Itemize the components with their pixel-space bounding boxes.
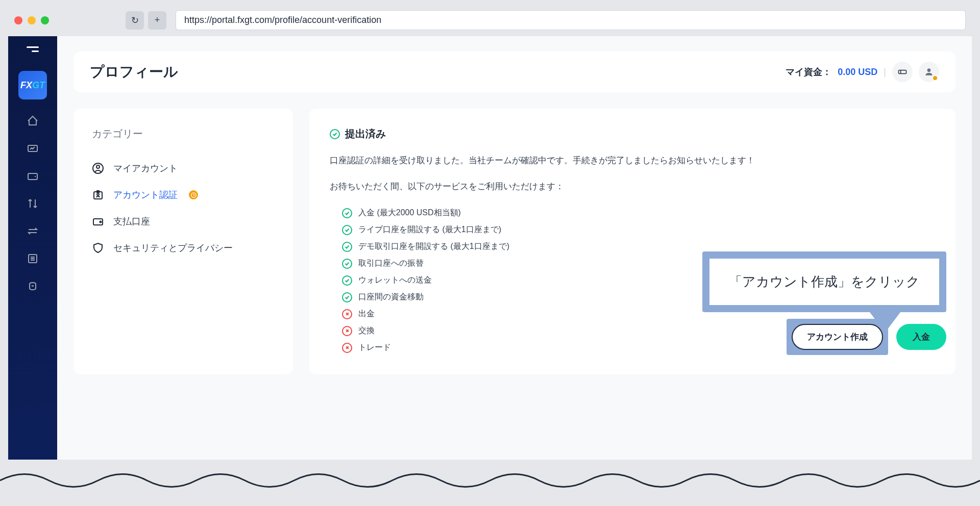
svg-rect-1 — [28, 173, 37, 180]
window-minimize-icon[interactable] — [28, 16, 36, 24]
new-tab-button[interactable]: + — [148, 11, 166, 30]
shield-icon — [92, 242, 104, 254]
wallet-icon[interactable] — [27, 170, 39, 182]
home-icon[interactable] — [27, 115, 39, 127]
sidebar-item-label: マイアカウント — [113, 162, 178, 174]
page-header: プロフィール マイ資金： 0.00 USD | — [74, 52, 955, 92]
window-close-icon[interactable] — [14, 16, 22, 24]
brand-logo[interactable]: FXGT — [18, 71, 47, 99]
refresh-button[interactable]: ↻ — [126, 11, 144, 30]
user-circle-icon — [92, 162, 104, 174]
x-icon — [342, 343, 352, 353]
menu-toggle-icon[interactable] — [27, 46, 39, 56]
category-sidebar: カテゴリー マイアカウント アカウント認証 — [74, 109, 293, 374]
wallet-icon — [92, 215, 104, 227]
chart-icon[interactable] — [27, 142, 39, 155]
sidebar-item-account-verification[interactable]: アカウント認証 — [92, 182, 275, 208]
left-nav: FXGT — [8, 36, 57, 460]
svg-point-4 — [927, 68, 931, 72]
highlighted-button-wrapper: アカウント作成 — [787, 319, 888, 355]
check-icon — [342, 259, 352, 269]
funds-value: 0.00 USD — [838, 67, 877, 78]
page-title: プロフィール — [90, 62, 178, 82]
check-icon — [342, 225, 352, 235]
check-icon — [342, 242, 352, 252]
pending-badge-icon — [932, 75, 938, 81]
check-icon — [342, 292, 352, 302]
window-maximize-icon[interactable] — [41, 16, 49, 24]
svg-point-11 — [100, 221, 102, 223]
url-bar[interactable]: https://portal.fxgt.com/profile/account-… — [176, 10, 966, 30]
svg-rect-3 — [899, 70, 906, 74]
clock-badge-icon — [189, 190, 198, 199]
deposit-button[interactable]: 入金 — [896, 324, 946, 350]
list-icon[interactable] — [27, 252, 39, 265]
sidebar-item-payment-account[interactable]: 支払口座 — [92, 208, 275, 235]
transfer-icon[interactable] — [27, 197, 39, 210]
sidebar-heading: カテゴリー — [92, 127, 275, 141]
check-icon — [342, 275, 352, 286]
ticket-button[interactable] — [892, 62, 913, 82]
feature-item: ライブ口座を開設する (最大1口座まで) — [342, 221, 935, 238]
svg-point-6 — [96, 165, 100, 168]
description-1: 口座認証の詳細を受け取りました。当社チームが確認中です。手続きが完了しましたらお… — [330, 153, 935, 169]
avatar-button[interactable] — [919, 62, 939, 82]
sidebar-item-label: セキュリティとプライバシー — [113, 242, 233, 254]
check-circle-icon — [330, 129, 340, 139]
feature-item: 入金 (最大2000 USD相当額) — [342, 205, 935, 221]
check-icon — [342, 208, 352, 218]
browser-titlebar: ↻ + https://portal.fxgt.com/profile/acco… — [4, 4, 976, 36]
instruction-callout: 「アカウント作成」をクリック — [702, 251, 946, 312]
torn-edge-decoration — [0, 465, 980, 496]
main-content: 提出済み 口座認証の詳細を受け取りました。当社チームが確認中です。手続きが完了し… — [309, 109, 955, 374]
submitted-heading: 提出済み — [345, 127, 386, 141]
callout-text: 「アカウント作成」をクリック — [709, 259, 939, 305]
description-2: お待ちいただく間、以下のサービスをご利用いただけます： — [330, 179, 935, 195]
svg-point-8 — [97, 193, 99, 195]
id-card-icon — [92, 189, 104, 201]
sidebar-item-security[interactable]: セキュリティとプライバシー — [92, 235, 275, 261]
exchange-icon[interactable] — [27, 225, 39, 237]
x-icon — [342, 326, 352, 336]
sidebar-item-label: アカウント認証 — [113, 189, 178, 201]
funds-label: マイ資金： — [786, 66, 831, 78]
trade-icon[interactable] — [27, 280, 39, 292]
sidebar-item-label: 支払口座 — [113, 215, 150, 227]
sidebar-item-my-account[interactable]: マイアカウント — [92, 155, 275, 182]
action-buttons: アカウント作成 入金 — [787, 319, 946, 355]
create-account-button[interactable]: アカウント作成 — [792, 324, 883, 350]
x-icon — [342, 309, 352, 319]
